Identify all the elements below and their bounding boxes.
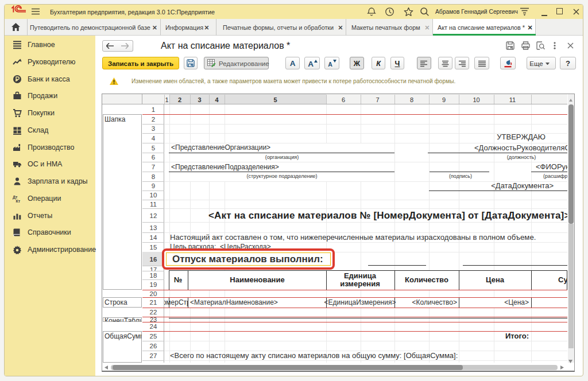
svg-text:Кт: Кт: [16, 199, 21, 203]
